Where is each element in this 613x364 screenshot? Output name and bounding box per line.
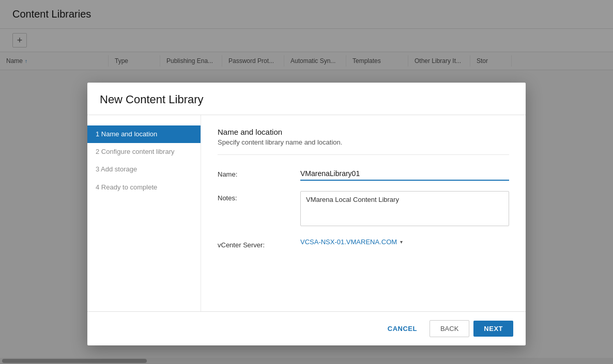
notes-label: Notes: [218, 191, 300, 202]
section-title: Name and location [218, 128, 509, 136]
step-configure[interactable]: 2 Configure content library [87, 143, 201, 161]
step-ready[interactable]: 4 Ready to complete [87, 179, 201, 196]
vcenter-server-dropdown[interactable]: VCSA-NSX-01.VMARENA.COM ▾ [300, 238, 509, 246]
vcenter-field-row: vCenter Server: VCSA-NSX-01.VMARENA.COM … [218, 238, 509, 249]
cancel-button[interactable]: CANCEL [379, 321, 425, 337]
notes-field-row: Notes: [218, 191, 509, 228]
back-button[interactable]: BACK [430, 320, 469, 337]
new-content-library-modal: New Content Library 1 Name and location … [87, 83, 526, 345]
steps-panel: 1 Name and location 2 Configure content … [87, 115, 201, 311]
name-field-row: Name: [218, 167, 509, 181]
notes-textarea[interactable] [300, 191, 509, 226]
modal-overlay: New Content Library 1 Name and location … [0, 0, 613, 364]
name-control-wrap [300, 167, 509, 181]
chevron-down-icon: ▾ [400, 239, 403, 245]
notes-control-wrap [300, 191, 509, 228]
vcenter-label: vCenter Server: [218, 238, 300, 249]
section-subtitle: Specify content library name and locatio… [218, 138, 509, 155]
content-panel: Name and location Specify content librar… [201, 115, 526, 311]
modal-footer: CANCEL BACK NEXT [87, 311, 526, 345]
step-add-storage[interactable]: 3 Add storage [87, 161, 201, 178]
vcenter-control-wrap: VCSA-NSX-01.VMARENA.COM ▾ [300, 238, 509, 246]
name-input[interactable] [300, 167, 509, 181]
modal-title: New Content Library [100, 93, 513, 106]
name-label: Name: [218, 167, 300, 178]
step-name-location[interactable]: 1 Name and location [87, 125, 201, 143]
vcenter-server-value: VCSA-NSX-01.VMARENA.COM [300, 238, 397, 246]
modal-body: 1 Name and location 2 Configure content … [87, 115, 526, 311]
next-button[interactable]: NEXT [473, 321, 513, 337]
modal-header: New Content Library [87, 83, 526, 115]
